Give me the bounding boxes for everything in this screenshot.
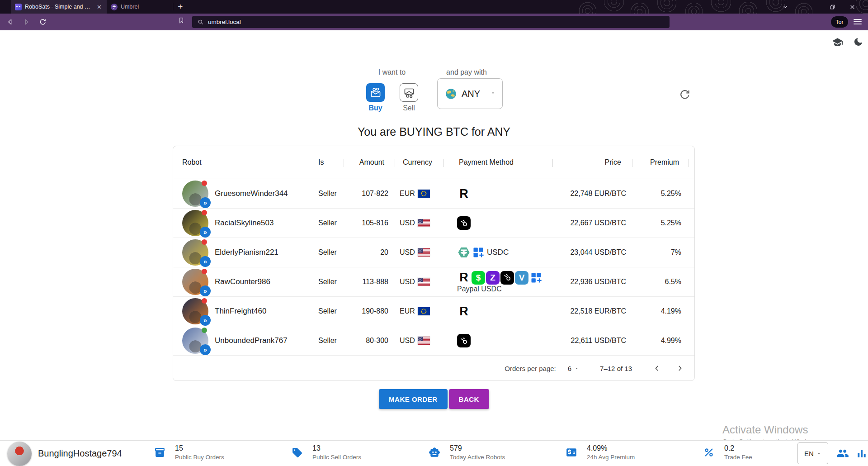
robot-avatar[interactable]: » bbox=[182, 269, 208, 295]
and-pay-with-label: and pay with bbox=[439, 68, 494, 76]
amount-cell: 190-880 bbox=[344, 307, 395, 315]
close-tab-icon[interactable]: ✕ bbox=[96, 4, 103, 10]
us-flag-icon bbox=[418, 248, 430, 257]
table-pagination: Orders per page: 6 7–12 of 13 bbox=[173, 356, 694, 381]
forward-button[interactable] bbox=[20, 16, 33, 29]
robot-cell: »RacialSkyline503 bbox=[173, 210, 309, 236]
robot-avatar[interactable]: » bbox=[182, 239, 208, 266]
reload-button[interactable] bbox=[36, 16, 49, 29]
select-caret-icon bbox=[816, 451, 821, 456]
robot-cell: »UnboundedPrank767 bbox=[173, 328, 309, 354]
currency-code: EUR bbox=[400, 307, 415, 315]
orders-per-page-select[interactable]: 6 bbox=[568, 365, 579, 372]
payment-method-cell: R bbox=[443, 304, 552, 318]
stat-text: 13Public Sell Orders bbox=[312, 444, 361, 461]
page-title: You are BUYING BTC for ANY bbox=[0, 125, 868, 138]
is-cell: Seller bbox=[309, 219, 344, 227]
payment-method-text: USDC bbox=[487, 248, 509, 257]
tab-robosats[interactable]: RoboSats - Simple and Private Bit ✕ bbox=[11, 0, 107, 14]
robot-avatar[interactable]: » bbox=[182, 328, 208, 354]
column-header-price[interactable]: Price bbox=[552, 158, 632, 166]
inventory-icon bbox=[153, 446, 166, 459]
amount-cell: 105-816 bbox=[344, 219, 395, 227]
status-dot bbox=[202, 239, 207, 245]
is-cell: Seller bbox=[309, 337, 344, 345]
revolut-payment-icon: R bbox=[457, 271, 471, 285]
url-bar[interactable]: umbrel.local bbox=[192, 16, 670, 28]
robot-cell: »GruesomeWinder344 bbox=[173, 181, 309, 207]
us-flag-icon bbox=[418, 219, 430, 227]
make-order-button[interactable]: MAKE ORDER bbox=[379, 389, 448, 409]
revolut-payment-icon: R bbox=[457, 304, 471, 318]
order-row[interactable]: »UnboundedPrank767Seller80-300USD22,611 … bbox=[173, 326, 694, 356]
robot-avatar[interactable]: » bbox=[182, 210, 208, 236]
column-header-currency[interactable]: Currency bbox=[395, 158, 443, 166]
column-header-payment-method[interactable]: Payment Method bbox=[443, 158, 552, 166]
currency-code: EUR bbox=[400, 190, 415, 198]
refresh-button[interactable] bbox=[678, 88, 692, 101]
exchange-summary-chart-icon[interactable] bbox=[855, 447, 868, 460]
is-cell: Seller bbox=[309, 307, 344, 315]
amount-cell: 20 bbox=[344, 248, 395, 257]
order-row[interactable]: »RawCounter986Seller113-888USDR$ZVPaypal… bbox=[173, 267, 694, 297]
sell-toggle-button[interactable] bbox=[400, 83, 418, 102]
price-change-icon bbox=[565, 446, 578, 459]
order-row[interactable]: »GruesomeWinder344Seller107-822EURR22,74… bbox=[173, 179, 694, 209]
new-tab-button[interactable]: + bbox=[173, 2, 187, 14]
community-people-icon[interactable] bbox=[836, 447, 849, 460]
robot-avatar[interactable]: » bbox=[182, 181, 208, 207]
learn-robosats-icon[interactable] bbox=[832, 37, 843, 50]
payment-method-cell: USDC bbox=[443, 246, 552, 259]
eu-flag-icon bbox=[418, 307, 430, 315]
forward-badge-icon: » bbox=[200, 197, 211, 208]
us-flag-icon bbox=[418, 337, 430, 345]
payment-icons: R$ZV bbox=[457, 271, 552, 285]
is-cell: Seller bbox=[309, 248, 344, 257]
currency-select[interactable]: ANY bbox=[437, 78, 503, 109]
eu-flag-icon bbox=[418, 190, 430, 198]
us-flag-icon bbox=[418, 278, 430, 286]
price-cell: 23,044 USD/BTC bbox=[552, 248, 632, 257]
is-cell: Seller bbox=[309, 190, 344, 198]
order-row[interactable]: »ThinFreight460Seller190-880EURR22,518 E… bbox=[173, 297, 694, 326]
forward-badge-icon: » bbox=[200, 256, 211, 267]
column-header-robot[interactable]: Robot bbox=[173, 158, 309, 166]
tor-circuit-button[interactable]: Tor bbox=[831, 16, 848, 28]
stat-text: 15Public Buy Orders bbox=[175, 444, 224, 461]
back-button[interactable] bbox=[4, 16, 16, 29]
hamburger-menu-icon[interactable] bbox=[854, 18, 862, 26]
forward-badge-icon: » bbox=[200, 344, 211, 355]
dark-mode-moon-icon[interactable] bbox=[853, 37, 863, 50]
zelle-payment-icon: Z bbox=[486, 271, 500, 285]
status-dot bbox=[202, 298, 207, 304]
order-row[interactable]: »ElderlyPianism221Seller20USDUSDC23,044 … bbox=[173, 238, 694, 267]
currency-cell: USD bbox=[395, 219, 443, 227]
column-header-amount[interactable]: Amount bbox=[344, 158, 395, 166]
chevron-down-icon[interactable] bbox=[778, 0, 793, 14]
strike-payment-icon bbox=[500, 271, 514, 285]
sell-label: Sell bbox=[400, 104, 418, 112]
bookmark-icon[interactable] bbox=[178, 17, 185, 26]
language-select[interactable]: EN bbox=[797, 442, 828, 464]
column-header-premium[interactable]: Premium bbox=[632, 158, 689, 166]
next-page-button[interactable] bbox=[673, 361, 687, 375]
buy-toggle-button[interactable] bbox=[366, 83, 385, 102]
order-row[interactable]: »RacialSkyline503Seller105-816USD22,667 … bbox=[173, 209, 694, 238]
stat-label: 24h Avg Premium bbox=[587, 454, 635, 461]
premium-cell: 4.19% bbox=[632, 307, 689, 315]
robot-avatar[interactable]: » bbox=[182, 298, 208, 324]
stat-text: 0.2Trade Fee bbox=[724, 444, 752, 461]
restore-window-icon[interactable] bbox=[825, 0, 840, 14]
user-robot-avatar[interactable] bbox=[7, 442, 32, 466]
previous-page-button[interactable] bbox=[650, 361, 664, 375]
tether-payment-icon bbox=[457, 246, 471, 259]
select-caret-icon bbox=[574, 366, 579, 371]
buy-label: Buy bbox=[366, 104, 385, 112]
close-window-icon[interactable] bbox=[844, 0, 860, 14]
column-header-is[interactable]: Is bbox=[309, 158, 344, 166]
back-button-page[interactable]: BACK bbox=[449, 389, 489, 409]
tab-umbrel[interactable]: Umbrel bbox=[107, 0, 143, 14]
currency-code: USD bbox=[400, 219, 415, 227]
browser-tabbar: RoboSats - Simple and Private Bit ✕ Umbr… bbox=[0, 0, 868, 14]
us-flag-icon bbox=[418, 219, 430, 227]
